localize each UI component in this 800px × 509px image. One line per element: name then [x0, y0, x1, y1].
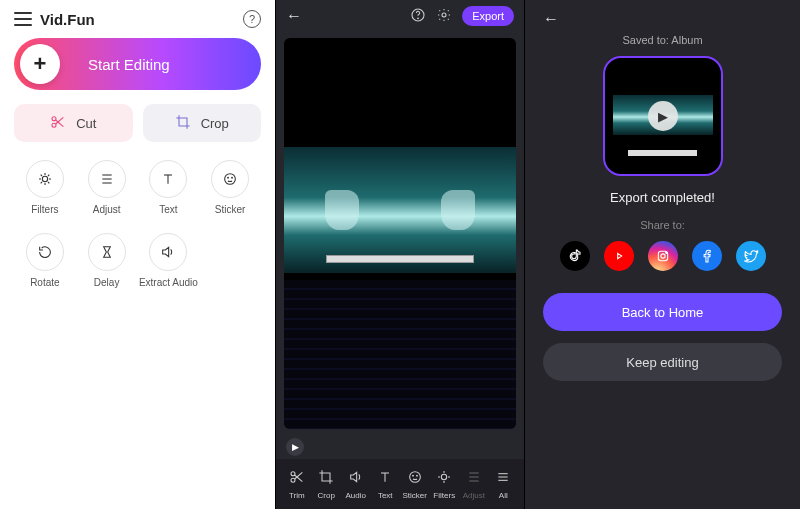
cut-button[interactable]: Cut [14, 104, 133, 142]
crop-icon [175, 114, 191, 133]
video-frame [284, 147, 516, 272]
svg-point-30 [409, 471, 420, 482]
app-title: Vid.Fun [40, 11, 95, 28]
crop-label: Crop [201, 116, 229, 131]
help-icon[interactable]: ? [243, 10, 261, 28]
editor-tool-crop[interactable]: Crop [312, 469, 342, 500]
editor-tool-text[interactable]: Text [371, 469, 401, 500]
tool-sticker[interactable]: Sticker [199, 160, 261, 215]
tool-label: Adjust [463, 491, 485, 500]
crop-icon [318, 469, 334, 488]
svg-point-19 [228, 177, 229, 178]
cut-label: Cut [76, 116, 96, 131]
tool-label: Trim [289, 491, 305, 500]
svg-point-0 [52, 116, 56, 120]
tool-extract-audio[interactable]: Extract Audio [138, 233, 200, 288]
tool-label: Sticker [403, 491, 427, 500]
export-completed-label: Export completed! [610, 190, 715, 205]
export-panel: ← Saved to: Album ▶ Export completed! Sh… [525, 0, 800, 509]
share-youtube[interactable] [604, 241, 634, 271]
back-icon[interactable]: ← [543, 10, 559, 28]
crop-button[interactable]: Crop [143, 104, 262, 142]
svg-point-24 [291, 471, 295, 475]
tool-label: All [499, 491, 508, 500]
svg-line-11 [41, 182, 42, 183]
svg-point-25 [291, 478, 295, 482]
filters-icon [26, 160, 64, 198]
playbar: ▶ [276, 435, 524, 459]
tool-label: Delay [94, 277, 120, 288]
editor-tool-all[interactable]: All [489, 469, 519, 500]
delay-icon [88, 233, 126, 271]
share-tiktok[interactable] [560, 241, 590, 271]
svg-point-31 [412, 475, 413, 476]
start-editing-label: Start Editing [88, 56, 170, 73]
sticker-icon [211, 160, 249, 198]
svg-point-18 [225, 174, 236, 185]
tool-text[interactable]: Text [138, 160, 200, 215]
tool-label: Rotate [30, 277, 59, 288]
extract-audio-icon [149, 233, 187, 271]
svg-point-33 [442, 474, 447, 479]
home-header: Vid.Fun ? [14, 10, 261, 28]
scissors-icon [289, 469, 305, 488]
keep-editing-button[interactable]: Keep editing [543, 343, 782, 381]
rotate-icon [26, 233, 64, 271]
svg-marker-44 [617, 253, 621, 258]
export-button[interactable]: Export [462, 6, 514, 26]
tool-label: Adjust [93, 204, 121, 215]
export-thumbnail[interactable]: ▶ [603, 56, 723, 176]
tool-label: Audio [346, 491, 366, 500]
editor-tool-filters[interactable]: Filters [430, 469, 460, 500]
share-twitter[interactable] [736, 241, 766, 271]
cut-crop-row: Cut Crop [14, 104, 261, 142]
share-facebook[interactable] [692, 241, 722, 271]
editor-tool-trim[interactable]: Trim [282, 469, 312, 500]
svg-line-12 [48, 175, 49, 176]
back-to-home-button[interactable]: Back to Home [543, 293, 782, 331]
help-icon[interactable] [410, 7, 426, 26]
export-label: Export [472, 10, 504, 22]
editor-tool-sticker[interactable]: Sticker [400, 469, 430, 500]
adjust-icon [466, 469, 482, 488]
svg-line-9 [41, 175, 42, 176]
svg-line-10 [48, 182, 49, 183]
text-icon [149, 160, 187, 198]
all-icon [495, 469, 511, 488]
play-icon: ▶ [648, 101, 678, 131]
tool-label: Filters [31, 204, 58, 215]
tool-label: Text [159, 204, 177, 215]
filters-icon [436, 469, 452, 488]
tool-rotate[interactable]: Rotate [14, 233, 76, 288]
tool-grid: Filters Adjust Text Sticker Rotate [14, 160, 261, 288]
settings-icon[interactable] [436, 7, 452, 26]
keep-editing-label: Keep editing [626, 355, 698, 370]
editor-topbar: ← Export [276, 0, 524, 32]
svg-point-22 [418, 17, 419, 18]
tool-delay[interactable]: Delay [76, 233, 138, 288]
share-row [560, 241, 766, 271]
svg-point-1 [52, 123, 56, 127]
tool-label: Filters [433, 491, 455, 500]
tool-adjust[interactable]: Adjust [76, 160, 138, 215]
svg-point-23 [442, 13, 446, 17]
back-icon[interactable]: ← [286, 7, 302, 25]
adjust-icon [88, 160, 126, 198]
video-preview[interactable] [284, 38, 516, 429]
menu-icon[interactable] [14, 12, 32, 26]
tool-filters[interactable]: Filters [14, 160, 76, 215]
play-icon[interactable]: ▶ [286, 438, 304, 456]
start-editing-button[interactable]: + Start Editing [14, 38, 261, 90]
home-panel: Vid.Fun ? + Start Editing Cut Crop Filte… [0, 0, 275, 509]
share-to-label: Share to: [640, 219, 685, 231]
audio-icon [348, 469, 364, 488]
editor-tool-adjust[interactable]: Adjust [459, 469, 489, 500]
back-to-home-label: Back to Home [622, 305, 704, 320]
editor-tool-audio[interactable]: Audio [341, 469, 371, 500]
saved-to-label: Saved to: Album [622, 34, 702, 46]
scissors-icon [50, 114, 66, 133]
svg-point-4 [42, 176, 47, 181]
share-instagram[interactable] [648, 241, 678, 271]
svg-point-20 [232, 177, 233, 178]
editor-panel: ← Export ▶ Trim Crop [275, 0, 525, 509]
